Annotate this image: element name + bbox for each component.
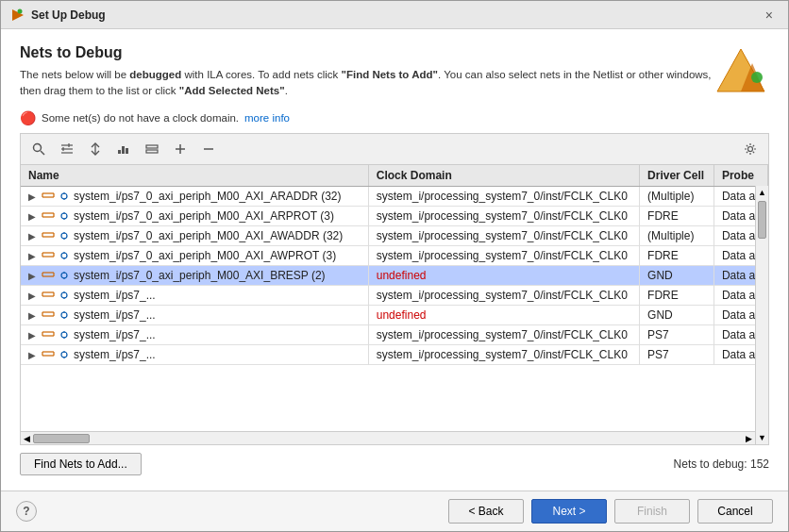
table-row[interactable]: ▶: [21, 306, 768, 325]
clock-domain-cell: system_i/processing_system7_0/inst/FCLK_…: [368, 325, 639, 345]
net-name-cell: ▶: [21, 207, 368, 226]
driver-cell: FDRE: [640, 207, 714, 226]
net-bus-icon: [42, 191, 55, 202]
expand-arrow: ▶: [28, 310, 38, 321]
expand-arrow: ▶: [28, 271, 38, 281]
driver-cell: PS7: [640, 345, 714, 365]
find-nets-button[interactable]: Find Nets to Add...: [20, 453, 142, 475]
col-probe: Probe: [713, 165, 767, 187]
cancel-button[interactable]: Cancel: [697, 499, 773, 524]
scroll-right-arrow[interactable]: ▶: [743, 434, 755, 443]
table-row[interactable]: ▶: [21, 345, 768, 365]
clock-domain-cell: system_i/processing_system7_0/inst/FCLK_…: [368, 246, 639, 266]
net-name-cell: ▶: [21, 266, 368, 286]
help-button[interactable]: ?: [16, 501, 37, 522]
svg-line-7: [41, 151, 44, 155]
scroll-thumb[interactable]: [758, 201, 766, 239]
vertical-scrollbar[interactable]: ▲ ▼: [755, 186, 768, 444]
net-wire-icon: [59, 350, 70, 359]
gear-icon: [744, 142, 757, 156]
more-info-link[interactable]: more info: [244, 112, 290, 124]
expand-arrow: ▶: [28, 291, 38, 301]
expand-arrow: ▶: [28, 251, 38, 261]
net-name-cell: ▶: [21, 306, 368, 325]
nets-table: Name Clock Domain Driver Cell Probe ▶: [21, 165, 768, 365]
footer-left: ?: [16, 501, 37, 522]
table-row[interactable]: ▶: [21, 187, 768, 207]
settings-button[interactable]: [738, 138, 763, 160]
finish-button[interactable]: Finish: [614, 499, 690, 524]
net-name-cell: ▶: [21, 187, 368, 207]
table-container[interactable]: Name Clock Domain Driver Cell Probe ▶: [20, 164, 769, 445]
table-row[interactable]: ▶: [21, 246, 768, 266]
scroll-down-arrow[interactable]: ▼: [756, 431, 768, 444]
scroll-left-arrow[interactable]: ◀: [21, 434, 33, 443]
net-bus-icon: [42, 230, 55, 241]
svg-rect-18: [146, 150, 158, 153]
toolbar: [20, 133, 769, 164]
table-row[interactable]: ▶: [21, 226, 768, 246]
main-content: Nets to Debug The nets below will be deb…: [1, 29, 788, 490]
filter-button[interactable]: [55, 138, 79, 160]
debug-icon: [10, 8, 25, 23]
remove-icon: [202, 142, 215, 156]
clock-domain-cell: system_i/processing_system7_0/inst/FCLK_…: [368, 226, 639, 246]
driver-cell: PS7: [640, 325, 714, 345]
driver-cell: (Multiple): [640, 187, 714, 207]
remove-button[interactable]: [196, 138, 221, 160]
add-button[interactable]: [168, 138, 193, 160]
footer: ? < Back Next > Finish Cancel: [1, 490, 788, 531]
search-button[interactable]: [26, 138, 51, 160]
net-bus-icon: [42, 329, 55, 341]
expand-arrow: ▶: [28, 211, 38, 222]
svg-rect-15: [122, 146, 125, 154]
net-wire-icon: [59, 330, 70, 340]
chart2-button[interactable]: [140, 138, 164, 160]
svg-point-1: [18, 8, 23, 13]
table-row[interactable]: ▶: [21, 207, 768, 226]
footer-right: < Back Next > Finish Cancel: [448, 499, 773, 524]
back-button[interactable]: < Back: [448, 499, 524, 524]
page-title: Nets to Debug: [20, 44, 713, 61]
net-name-cell: ▶: [21, 345, 368, 365]
page-description: The nets below will be debugged with ILA…: [20, 67, 713, 100]
filter-icon: [60, 142, 74, 156]
net-wire-icon: [59, 271, 70, 280]
expand-arrow: ▶: [28, 330, 38, 341]
horizontal-scrollbar[interactable]: ◀ ▶: [21, 431, 755, 444]
svg-point-6: [34, 144, 42, 152]
svg-rect-14: [118, 150, 121, 154]
driver-cell: FDRE: [640, 246, 714, 266]
expand-button[interactable]: [83, 138, 108, 160]
col-clock: Clock Domain: [368, 165, 639, 187]
clock-domain-cell: undefined: [368, 266, 639, 286]
title-bar-left: Set Up Debug: [10, 8, 106, 23]
svg-point-22: [748, 147, 753, 152]
chart1-button[interactable]: [111, 138, 136, 160]
net-wire-icon: [59, 310, 70, 320]
net-bus-icon: [42, 290, 55, 301]
close-button[interactable]: ×: [760, 6, 779, 25]
svg-point-5: [751, 72, 763, 83]
net-wire-icon: [59, 251, 70, 260]
clock-domain-cell: system_i/processing_system7_0/inst/FCLK_…: [368, 207, 639, 226]
bus-icon: [145, 142, 159, 156]
table-row[interactable]: ▶: [21, 266, 768, 286]
net-wire-icon: [59, 211, 70, 221]
net-wire-icon: [59, 231, 70, 241]
title-bar: Set Up Debug ×: [1, 1, 788, 29]
scroll-up-arrow[interactable]: ▲: [756, 186, 768, 199]
table-row[interactable]: ▶: [21, 325, 768, 345]
driver-cell: GND: [640, 306, 714, 325]
driver-cell: FDRE: [640, 286, 714, 306]
col-name: Name: [21, 165, 368, 187]
net-wire-icon: [59, 191, 70, 201]
clock-domain-cell: system_i/processing_system7_0/inst/FCLK_…: [368, 187, 639, 207]
net-bus-icon: [42, 309, 55, 321]
scroll-horiz-thumb[interactable]: [33, 434, 90, 443]
header-left: Nets to Debug The nets below will be deb…: [20, 44, 713, 100]
table-row[interactable]: ▶: [21, 286, 768, 306]
next-button[interactable]: Next >: [531, 499, 607, 524]
net-name-cell: ▶: [21, 226, 368, 246]
window-title: Set Up Debug: [31, 8, 106, 22]
